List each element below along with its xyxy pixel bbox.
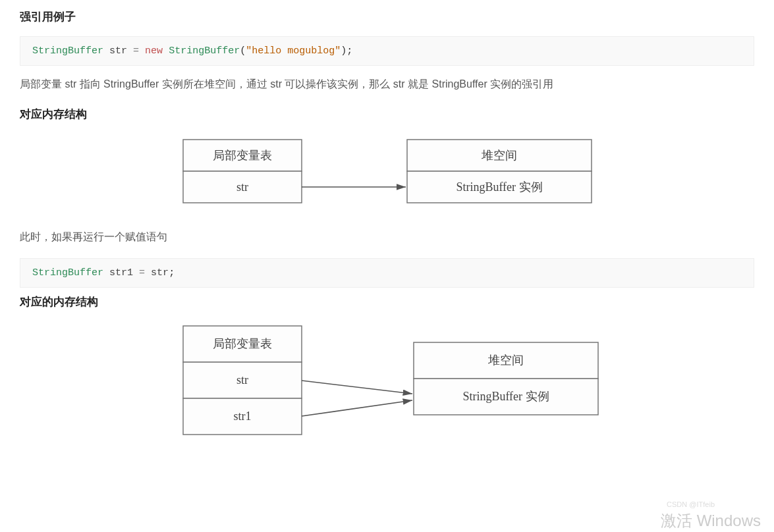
diagram-1: 局部变量表 str 堆空间 StringBuffer 实例 bbox=[20, 134, 754, 213]
arrow-icon bbox=[302, 400, 412, 416]
code-paren: ( bbox=[240, 45, 246, 57]
code-paren: ) bbox=[341, 45, 346, 57]
heading-memory-structure-1: 对应内存结构 bbox=[20, 105, 754, 124]
code-keyword: new bbox=[145, 45, 163, 57]
code-eq: = bbox=[133, 45, 139, 57]
heading-strong-ref-example: 强引用例子 bbox=[20, 8, 754, 27]
d1-right-row: StringBuffer 实例 bbox=[456, 180, 542, 194]
paragraph-2: 此时，如果再运行一个赋值语句 bbox=[20, 228, 754, 246]
d2-left-row1: str bbox=[236, 373, 248, 386]
code-type: StringBuffer bbox=[32, 267, 103, 279]
code-eq: = bbox=[139, 267, 145, 279]
code-block-1: StringBuffer str = new StringBuffer("hel… bbox=[20, 36, 754, 66]
d2-left-row2: str1 bbox=[233, 410, 251, 423]
code-semi: ; bbox=[169, 267, 175, 279]
arrow-icon bbox=[302, 381, 412, 394]
d2-left-header: 局部变量表 bbox=[213, 337, 272, 350]
code-type: StringBuffer bbox=[32, 45, 103, 57]
code-string: "hello mogublog" bbox=[246, 45, 341, 57]
code-type2: StringBuffer bbox=[169, 45, 240, 57]
d1-left-header: 局部变量表 bbox=[213, 149, 272, 162]
code-var: str bbox=[109, 45, 127, 57]
d1-right-header: 堆空间 bbox=[481, 149, 517, 162]
code-var: str1 bbox=[109, 267, 133, 279]
d1-left-row: str bbox=[236, 180, 248, 194]
code-block-2: StringBuffer str1 = str; bbox=[20, 258, 754, 288]
paragraph-1: 局部变量 str 指向 StringBuffer 实例所在堆空间，通过 str … bbox=[20, 75, 754, 93]
d2-right-row: StringBuffer 实例 bbox=[462, 390, 549, 403]
code-semi: ; bbox=[346, 45, 352, 57]
d2-right-header: 堆空间 bbox=[487, 354, 524, 367]
code-var2: str bbox=[151, 267, 169, 279]
heading-memory-structure-2: 对应的内存结构 bbox=[20, 293, 754, 312]
diagram-2: 局部变量表 str str1 堆空间 StringBuffer 实例 bbox=[20, 323, 754, 444]
